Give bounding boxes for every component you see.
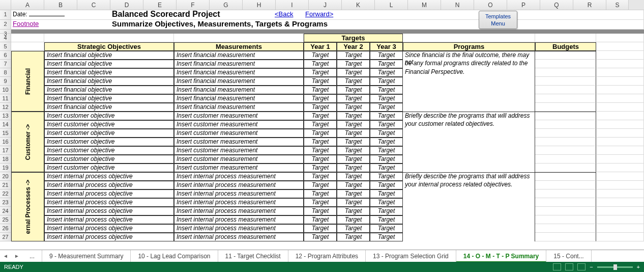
col-header-M[interactable]: M — [408, 0, 441, 10]
program-cell[interactable]: Briefly describe the programs that will … — [403, 112, 535, 120]
program-cell[interactable]: your customer related objectives. — [403, 120, 535, 129]
zoom-slider-handle[interactable] — [613, 264, 617, 270]
budget-cell[interactable] — [535, 60, 596, 68]
objective-cell[interactable]: Insert financial objective — [44, 77, 174, 86]
measurement-cell[interactable]: Insert customer measurement — [174, 146, 304, 155]
tab-ellipsis[interactable]: ... — [22, 250, 42, 262]
target-cell[interactable]: Target — [337, 181, 370, 189]
target-cell[interactable]: Target — [337, 207, 370, 215]
target-cell[interactable]: Target — [337, 60, 370, 68]
col-header-J[interactable]: J — [309, 0, 342, 10]
measurement-cell[interactable]: Insert customer measurement — [174, 164, 304, 172]
col-header-A[interactable]: A — [11, 0, 44, 10]
target-cell[interactable]: Target — [370, 51, 403, 60]
tab-scroll-left[interactable]: ◄ — [0, 250, 11, 262]
program-cell[interactable]: Briefly describe the programs that will … — [403, 172, 535, 181]
empty-cell[interactable] — [596, 77, 644, 86]
objective-cell[interactable]: Insert customer objective — [44, 129, 174, 138]
col-header-E[interactable]: E — [143, 0, 177, 10]
target-cell[interactable]: Target — [304, 146, 337, 155]
col-header-B[interactable]: B — [44, 0, 77, 10]
row-header-12[interactable]: 12 — [0, 103, 11, 112]
objective-cell[interactable]: Insert internal process objective — [44, 181, 174, 189]
measurement-cell[interactable]: Insert internal process measurement — [174, 224, 304, 233]
program-cell[interactable] — [403, 146, 535, 155]
target-cell[interactable]: Target — [304, 68, 337, 77]
row-header-6[interactable]: 6 — [0, 51, 11, 60]
measurement-cell[interactable]: Insert internal process measurement — [174, 198, 304, 207]
empty-cell[interactable] — [596, 198, 644, 207]
measurement-cell[interactable]: Insert financial measurement — [174, 51, 304, 60]
budget-cell[interactable] — [535, 86, 596, 94]
program-cell[interactable]: your internal process related objectives… — [403, 181, 535, 189]
target-cell[interactable]: Target — [304, 215, 337, 224]
row-header-27[interactable]: 27 — [0, 233, 11, 241]
sheet-tab[interactable]: 11 - Target Checklist — [218, 250, 288, 262]
row-header-20[interactable]: 20 — [0, 172, 11, 181]
budget-cell[interactable] — [535, 129, 596, 138]
empty-cell[interactable] — [596, 215, 644, 224]
budget-cell[interactable] — [535, 198, 596, 207]
col-header-D[interactable]: D — [110, 0, 143, 10]
sheet-tab[interactable]: 14 - O - M - T - P Summary — [456, 250, 546, 262]
row-header-7[interactable]: 7 — [0, 60, 11, 68]
col-header-Q[interactable]: Q — [540, 0, 573, 10]
row-header-22[interactable]: 22 — [0, 189, 11, 198]
program-cell[interactable] — [403, 77, 535, 86]
target-cell[interactable]: Target — [337, 155, 370, 164]
empty-cell[interactable] — [596, 94, 644, 103]
program-cell[interactable]: be any formal programs directly related … — [403, 60, 535, 68]
target-cell[interactable]: Target — [370, 189, 403, 198]
target-cell[interactable]: Target — [337, 129, 370, 138]
target-cell[interactable]: Target — [304, 103, 337, 112]
target-cell[interactable]: Target — [304, 138, 337, 146]
target-cell[interactable]: Target — [370, 207, 403, 215]
row-header-25[interactable]: 25 — [0, 215, 11, 224]
objective-cell[interactable]: Insert internal process objective — [44, 224, 174, 233]
target-cell[interactable]: Target — [304, 224, 337, 233]
worksheet-grid[interactable]: Date: Balanced Scorecard Project <Back F… — [11, 10, 644, 241]
measurement-cell[interactable]: Insert internal process measurement — [174, 172, 304, 181]
target-cell[interactable]: Target — [337, 233, 370, 241]
col-header-H[interactable]: H — [243, 0, 276, 10]
target-cell[interactable]: Target — [304, 86, 337, 94]
col-header-G[interactable]: G — [210, 0, 243, 10]
empty-cell[interactable] — [596, 207, 644, 215]
empty-cell[interactable] — [596, 233, 644, 241]
row-header-15[interactable]: 15 — [0, 129, 11, 138]
target-cell[interactable]: Target — [304, 112, 337, 120]
target-cell[interactable]: Target — [304, 155, 337, 164]
empty-cell[interactable] — [596, 120, 644, 129]
row-header-5[interactable]: 5 — [0, 42, 11, 51]
target-cell[interactable]: Target — [337, 103, 370, 112]
program-cell[interactable] — [403, 224, 535, 233]
row-header-24[interactable]: 24 — [0, 207, 11, 215]
target-cell[interactable]: Target — [337, 120, 370, 129]
program-cell[interactable] — [403, 155, 535, 164]
empty-cell[interactable] — [596, 60, 644, 68]
sheet-tab[interactable]: 9 - Measurement Summary — [42, 250, 131, 262]
col-header-P[interactable]: P — [507, 0, 540, 10]
col-header-O[interactable]: O — [474, 0, 507, 10]
budget-cell[interactable] — [535, 189, 596, 198]
empty-cell[interactable] — [596, 181, 644, 189]
target-cell[interactable]: Target — [337, 94, 370, 103]
empty-cell[interactable] — [596, 146, 644, 155]
objective-cell[interactable]: Insert customer objective — [44, 164, 174, 172]
measurement-cell[interactable]: Insert customer measurement — [174, 155, 304, 164]
view-page-break-icon[interactable] — [577, 263, 586, 270]
objective-cell[interactable]: Insert internal process objective — [44, 215, 174, 224]
empty-cell[interactable] — [596, 68, 644, 77]
program-cell[interactable] — [403, 164, 535, 172]
objective-cell[interactable]: Insert financial objective — [44, 68, 174, 77]
row-header-10[interactable]: 10 — [0, 86, 11, 94]
col-header-C[interactable]: C — [77, 0, 110, 10]
target-cell[interactable]: Target — [337, 198, 370, 207]
budget-cell[interactable] — [535, 51, 596, 60]
objective-cell[interactable]: Insert internal process objective — [44, 189, 174, 198]
objective-cell[interactable]: Insert customer objective — [44, 155, 174, 164]
budget-cell[interactable] — [535, 94, 596, 103]
tab-scroll-right[interactable]: ► — [11, 250, 22, 262]
target-cell[interactable]: Target — [370, 138, 403, 146]
budget-cell[interactable] — [535, 138, 596, 146]
